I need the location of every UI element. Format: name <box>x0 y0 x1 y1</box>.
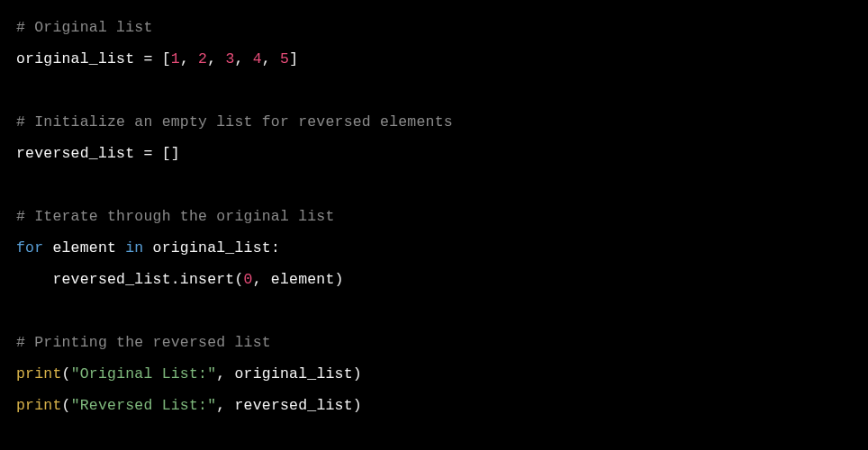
code-text: , <box>262 50 280 68</box>
code-text: original_list: <box>143 239 280 256</box>
code-text: [] <box>153 145 180 162</box>
comment-line: # Original list <box>16 19 153 36</box>
code-text: , original_list) <box>216 365 362 382</box>
number-literal: 0 <box>244 271 253 288</box>
number-literal: 1 <box>171 50 180 68</box>
code-text: , element) <box>253 271 344 288</box>
code-text: element <box>43 239 125 256</box>
code-text: reversed_list.insert( <box>16 271 244 288</box>
code-text: , reversed_list) <box>216 397 362 414</box>
code-text: [ <box>153 50 171 68</box>
number-literal: 3 <box>225 50 234 68</box>
code-text: ] <box>289 50 298 68</box>
string-literal: "Reversed List:" <box>71 397 217 414</box>
code-text: reversed_list <box>16 145 143 162</box>
comment-line: # Printing the reversed list <box>16 334 271 351</box>
code-text: , <box>207 50 225 68</box>
code-text: = <box>143 50 152 68</box>
number-literal: 4 <box>253 50 262 68</box>
comment-line: # Initialize an empty list for reversed … <box>16 113 453 130</box>
comment-line: # Iterate through the original list <box>16 208 335 225</box>
code-block: # Original list original_list = [1, 2, 3… <box>0 0 868 435</box>
code-text: , <box>180 50 198 68</box>
keyword: in <box>125 239 143 256</box>
keyword: for <box>16 239 43 256</box>
code-text: ( <box>62 365 71 382</box>
function-name: print <box>16 365 62 382</box>
code-text: , <box>235 50 253 68</box>
code-text: = <box>143 145 152 162</box>
number-literal: 5 <box>280 50 289 68</box>
code-text: ( <box>62 397 71 414</box>
number-literal: 2 <box>198 50 207 68</box>
function-name: print <box>16 397 62 414</box>
string-literal: "Original List:" <box>71 365 217 382</box>
code-text: original_list <box>16 50 143 68</box>
